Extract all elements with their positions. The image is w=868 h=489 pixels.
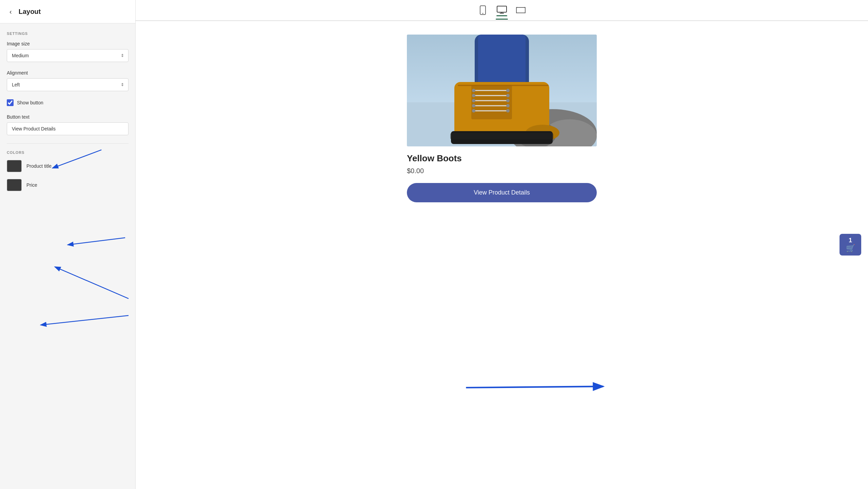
button-text-label: Button text bbox=[7, 114, 129, 120]
product-card: Yellow Boots $0.00 View Product Details bbox=[407, 35, 597, 202]
product-name: Yellow Boots bbox=[407, 153, 597, 164]
panel-title: Layout bbox=[19, 8, 41, 16]
colors-section: COLORS Product title Price bbox=[7, 150, 129, 191]
panel-header: ‹ Layout bbox=[0, 0, 135, 23]
colors-section-label: COLORS bbox=[7, 150, 129, 155]
preview-toolbar bbox=[136, 0, 868, 21]
button-text-input[interactable] bbox=[7, 122, 129, 135]
svg-point-31 bbox=[472, 89, 475, 92]
desktop-view-button[interactable] bbox=[496, 5, 507, 16]
svg-rect-29 bbox=[450, 133, 553, 140]
svg-point-32 bbox=[472, 94, 475, 97]
svg-rect-7 bbox=[497, 6, 507, 12]
svg-point-40 bbox=[506, 109, 510, 113]
cart-badge[interactable]: 1 🛒 bbox=[840, 234, 861, 256]
svg-point-6 bbox=[482, 13, 484, 14]
svg-point-34 bbox=[472, 104, 475, 107]
image-size-select-wrapper: Small Medium Large ⇕ bbox=[7, 49, 129, 62]
cart-icon: 🛒 bbox=[846, 245, 855, 252]
price-color-label: Price bbox=[26, 182, 37, 188]
show-button-label[interactable]: Show button bbox=[17, 100, 43, 105]
svg-point-39 bbox=[506, 104, 510, 107]
svg-rect-10 bbox=[516, 7, 525, 13]
cart-count: 1 bbox=[849, 237, 852, 243]
preview-content: Yellow Boots $0.00 View Product Details bbox=[136, 21, 868, 489]
button-text-field: Button text bbox=[7, 114, 129, 135]
alignment-select-wrapper: Left Center Right ⇕ bbox=[7, 78, 129, 91]
mobile-view-button[interactable] bbox=[477, 5, 488, 16]
panel-content: SETTINGS Image size Small Medium Large ⇕… bbox=[0, 23, 135, 489]
svg-point-36 bbox=[506, 89, 510, 92]
alignment-select[interactable]: Left Center Right bbox=[7, 79, 128, 91]
fullscreen-view-button[interactable] bbox=[515, 5, 526, 16]
svg-point-33 bbox=[472, 99, 475, 102]
view-details-button[interactable]: View Product Details bbox=[407, 183, 597, 202]
product-title-color-swatch[interactable] bbox=[7, 160, 22, 172]
product-image bbox=[407, 35, 597, 146]
settings-section-label: SETTINGS bbox=[7, 32, 129, 36]
product-title-color-label: Product title bbox=[26, 163, 52, 169]
settings-panel: ‹ Layout SETTINGS Image size Small Mediu… bbox=[0, 0, 136, 489]
svg-point-37 bbox=[506, 94, 510, 97]
image-size-label: Image size bbox=[7, 41, 129, 46]
image-size-field: Image size Small Medium Large ⇕ bbox=[7, 41, 129, 62]
svg-rect-19 bbox=[478, 35, 526, 89]
product-price: $0.00 bbox=[407, 167, 597, 175]
divider bbox=[7, 143, 129, 144]
show-button-row: Show button bbox=[7, 99, 129, 106]
price-color-row: Price bbox=[7, 179, 129, 191]
preview-panel: Yellow Boots $0.00 View Product Details … bbox=[136, 0, 868, 489]
svg-rect-30 bbox=[458, 85, 549, 86]
product-title-color-row: Product title bbox=[7, 160, 129, 172]
back-button[interactable]: ‹ bbox=[8, 7, 13, 16]
alignment-field: Alignment Left Center Right ⇕ bbox=[7, 70, 129, 91]
image-size-select[interactable]: Small Medium Large bbox=[7, 49, 128, 62]
svg-point-38 bbox=[506, 99, 510, 102]
alignment-label: Alignment bbox=[7, 70, 129, 76]
svg-point-35 bbox=[472, 109, 475, 113]
show-button-checkbox[interactable] bbox=[7, 99, 14, 106]
price-color-swatch[interactable] bbox=[7, 179, 22, 191]
